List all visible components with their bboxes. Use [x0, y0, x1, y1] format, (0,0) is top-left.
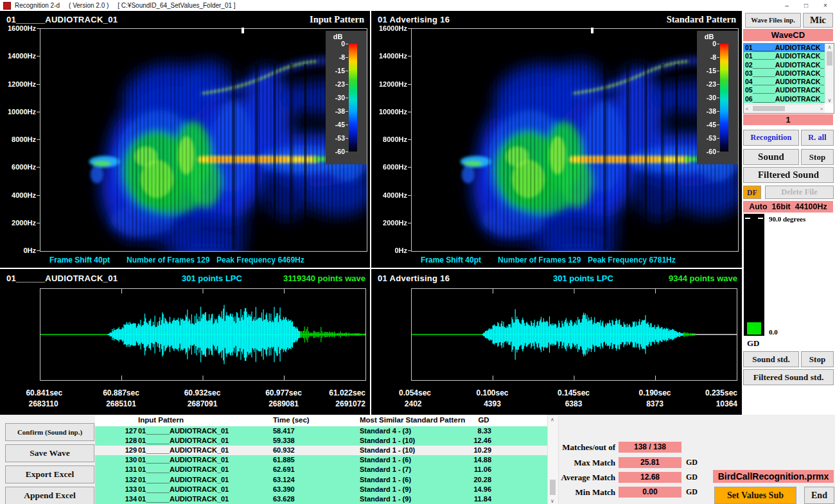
db-tick-label: -38 — [698, 107, 716, 115]
wave-list: 01______AUDIOTRACK_01______AUDIOTRACK_02… — [744, 44, 825, 103]
recognize-all-button[interactable]: R. all — [801, 130, 834, 146]
list-item[interactable]: 04______AUDIOTRACK_ — [744, 78, 825, 86]
list-item[interactable]: 01______AUDIOTRACK_ — [744, 52, 825, 60]
recognition-button[interactable]: Recognition — [743, 130, 799, 146]
export-excel-button[interactable]: Export Excel — [5, 465, 94, 483]
meter-level-bar — [747, 322, 761, 335]
filtered-sound-std-button[interactable]: Filtered Sound std. — [743, 369, 834, 385]
header-input-pattern: Input Pattern — [138, 416, 184, 424]
db-tick — [346, 138, 348, 139]
freq-tick — [408, 84, 411, 85]
scrollbar-thumb[interactable] — [753, 106, 785, 111]
scroll-up-icon[interactable]: ∧ — [825, 44, 834, 50]
db-tick-label: -60 — [698, 148, 716, 155]
list-vertical-scrollbar[interactable]: ∧ ∨ — [825, 44, 834, 103]
delete-file-button[interactable]: Delete File — [765, 186, 834, 199]
table-row[interactable]: 12701______AUDIOTRACK_0158.417Standard 4… — [95, 426, 547, 436]
minimize-icon[interactable]: – — [777, 0, 796, 11]
scroll-right-icon[interactable]: > — [818, 105, 825, 112]
set-values-sub-button[interactable]: Set Values Sub — [714, 487, 796, 504]
sound-button[interactable]: Sound — [743, 149, 799, 165]
table-row[interactable]: 13001______AUDIOTRACK_0161.885Standard 1… — [95, 455, 547, 465]
stop-std-button[interactable]: Stop — [801, 351, 834, 367]
db-tick — [717, 111, 719, 112]
wave-file-list[interactable]: 01______AUDIOTRACK_01______AUDIOTRACK_02… — [743, 43, 834, 114]
db-tick-label: -23 — [327, 80, 345, 88]
table-row[interactable]: 13201______AUDIOTRACK_0163.124Standard 1… — [95, 475, 547, 485]
standard-waveform-plot[interactable] — [411, 288, 737, 381]
stop-button[interactable]: Stop — [801, 149, 834, 165]
db-tick-label: -45 — [327, 121, 345, 128]
standard-waveform-title: 01 Advertising 16 — [378, 274, 450, 283]
list-item[interactable]: 01______AUDIOTRACK_ — [744, 44, 825, 52]
list-item[interactable]: 05______AUDIOTRACK_ — [744, 86, 825, 94]
filtered-sound-button[interactable]: Filtered Sound — [743, 167, 834, 183]
table-row[interactable]: 12801______AUDIOTRACK_0159.338Standard 1… — [95, 436, 547, 446]
freq-tick-label: 14000Hz — [0, 51, 36, 60]
freq-tick-label: 4000Hz — [0, 191, 36, 200]
end-button[interactable]: End — [804, 487, 834, 504]
freq-tick-label: 12000Hz — [371, 80, 407, 89]
scrollbar-thumb[interactable] — [827, 51, 832, 65]
app-icon — [3, 2, 11, 10]
table-row[interactable]: 12901______AUDIOTRACK_0160.932Standard 1… — [95, 446, 547, 455]
standard-waveform-panel: 01 Advertising 16 301 points LPC 9344 po… — [371, 269, 742, 415]
scroll-down-icon[interactable]: ∨ — [825, 97, 834, 103]
time-tick-label: 0.100sec — [476, 388, 508, 397]
table-cell: Standard 1 - (7) — [360, 465, 411, 474]
mic-button[interactable]: Mic — [803, 13, 833, 28]
table-row[interactable]: 13101______AUDIOTRACK_0162.691Standard 1… — [95, 465, 547, 474]
list-item[interactable]: 02______AUDIOTRACK_ — [744, 61, 825, 69]
table-cell: 127 — [108, 426, 137, 436]
input-spectrogram-plot[interactable] — [40, 28, 367, 252]
table-cell: 133 — [108, 485, 137, 494]
wave-points-label: 3119340 points wave — [283, 274, 365, 283]
average-match-value: 12.68 — [619, 472, 681, 483]
close-icon[interactable]: × — [816, 0, 835, 11]
maximize-icon[interactable]: □ — [796, 0, 816, 11]
min-match-label: Min Match — [487, 487, 615, 498]
wave-points-label: 9344 points wave — [669, 274, 737, 283]
results-table[interactable]: Input Pattern Time (sec) Most Similar St… — [95, 415, 547, 504]
table-cell: 134 — [108, 494, 137, 504]
sample-tick-label: 8373 — [646, 399, 664, 408]
table-row[interactable]: 13401______AUDIOTRACK_0163.628Standard 1… — [95, 494, 547, 504]
scroll-down-icon[interactable]: ∨ — [548, 497, 557, 504]
freq-tick — [408, 139, 411, 140]
table-cell: 01______AUDIOTRACK_01 — [138, 446, 229, 455]
scroll-up-icon[interactable]: ∧ — [548, 415, 557, 423]
table-cell: 132 — [108, 475, 137, 485]
db-tick — [346, 71, 348, 71]
sample-tick-label: 2691072 — [335, 399, 365, 408]
save-wave-button[interactable]: Save Wave — [5, 444, 94, 462]
db-tick-label: 0 — [327, 40, 345, 48]
spectrogram-cursor-marker — [242, 28, 244, 33]
append-excel-button[interactable]: Append Excel — [5, 487, 94, 504]
file-counter: 1 — [743, 114, 833, 125]
confirm-sound-input-button[interactable]: Confirm (Sound inp.) — [5, 423, 94, 441]
freq-tick-label: 10000Hz — [0, 107, 36, 116]
window-title: Recognition 2-d — [15, 2, 60, 9]
table-cell: 129 — [108, 446, 137, 455]
db-tick — [346, 98, 348, 98]
db-tick-label: -30 — [698, 94, 716, 101]
list-item[interactable]: 03______AUDIOTRACK_ — [744, 69, 825, 78]
wave-files-input-button[interactable]: Wave Files inp. — [745, 13, 801, 28]
max-match-unit: GD — [686, 457, 698, 468]
scroll-left-icon[interactable]: < — [744, 105, 750, 112]
db-colorbar: dB 0-8-15-23-30-38-45-53-60 — [697, 31, 738, 164]
sound-std-button[interactable]: Sound std. — [743, 351, 799, 367]
input-waveform-plot[interactable] — [40, 288, 366, 381]
df-button[interactable]: DF — [743, 186, 761, 199]
time-tick-label: 60.977sec — [265, 388, 302, 397]
meter-axis-label: GD — [747, 338, 760, 349]
max-match-label: Max Match — [487, 457, 615, 468]
list-horizontal-scrollbar[interactable]: < > — [744, 104, 825, 113]
standard-spectrogram-plot[interactable] — [411, 28, 739, 252]
freq-tick — [408, 56, 411, 56]
freq-tick-label: 16000Hz — [371, 24, 407, 33]
table-row[interactable]: 13301______AUDIOTRACK_0163.390Standard 1… — [95, 485, 547, 494]
header-time: Time (sec) — [273, 416, 310, 424]
num-frames-label: Number of Frames 129 — [127, 256, 209, 265]
list-item[interactable]: 06______AUDIOTRACK_ — [744, 95, 825, 103]
